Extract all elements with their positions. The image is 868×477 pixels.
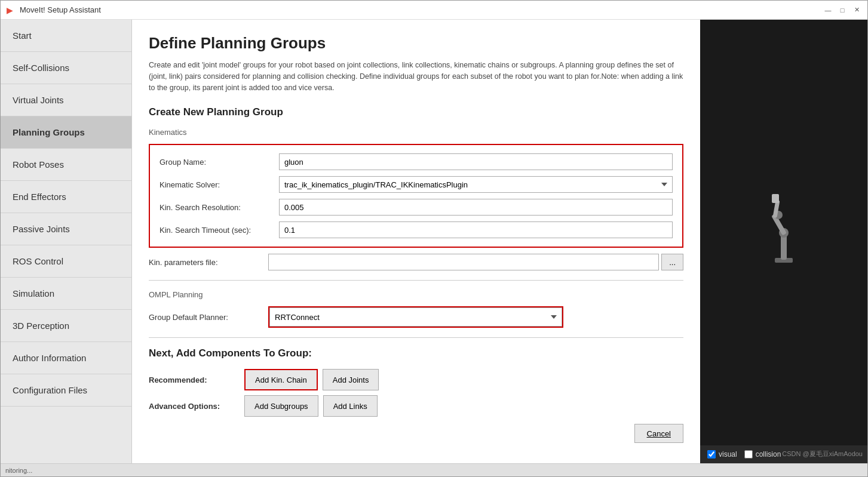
parameters-file-row: Kin. parameters file: ... xyxy=(149,254,683,270)
group-name-input[interactable] xyxy=(279,153,673,170)
sidebar-item-3d-perception[interactable]: 3D Perception xyxy=(1,310,131,342)
page-description: Create and edit 'joint model' groups for… xyxy=(149,60,683,93)
kinematic-solver-label: Kinematic Solver: xyxy=(160,180,279,189)
close-button[interactable]: ✕ xyxy=(852,5,861,15)
sidebar-item-simulation[interactable]: Simulation xyxy=(1,278,131,310)
maximize-button[interactable]: □ xyxy=(838,5,847,15)
sidebar: StartSelf-CollisionsVirtual JointsPlanni… xyxy=(1,20,132,463)
sidebar-item-robot-poses[interactable]: Robot Poses xyxy=(1,149,131,181)
app-icon: ▶ xyxy=(7,5,16,15)
recommended-label: Recommended: xyxy=(149,376,244,384)
collision-checkbox[interactable] xyxy=(744,450,753,458)
add-links-button[interactable]: Add Links xyxy=(323,395,378,417)
search-timeout-label: Kin. Search Timeout (sec): xyxy=(160,226,279,235)
collision-control: collision xyxy=(744,450,781,458)
page-title: Define Planning Groups xyxy=(149,34,683,53)
search-resolution-input[interactable] xyxy=(279,199,673,216)
add-kin-chain-button[interactable]: Add Kin. Chain xyxy=(244,369,318,390)
sidebar-item-planning-groups[interactable]: Planning Groups xyxy=(1,116,131,149)
main-window: ▶ MoveIt! Setup Assistant — □ ✕ StartSel… xyxy=(0,0,868,477)
kinematic-solver-row: Kinematic Solver: trac_ik_kinematics_plu… xyxy=(160,176,673,193)
sidebar-item-configuration-files[interactable]: Configuration Files xyxy=(1,374,131,407)
recommended-row: Recommended: Add Kin. Chain Add Joints xyxy=(149,369,683,390)
visual-control: visual xyxy=(707,450,737,458)
search-timeout-row: Kin. Search Timeout (sec): xyxy=(160,221,673,238)
sidebar-item-end-effectors[interactable]: End Effectors xyxy=(1,181,131,213)
group-name-row: Group Name: xyxy=(160,153,673,170)
sidebar-item-start[interactable]: Start xyxy=(1,20,131,52)
parameters-file-label: Kin. parameters file: xyxy=(149,258,268,267)
minimize-button[interactable]: — xyxy=(823,5,833,15)
search-resolution-label: Kin. Search Resolution: xyxy=(160,203,279,212)
section-title: Create New Planning Group xyxy=(149,106,683,118)
titlebar-title: MoveIt! Setup Assistant xyxy=(20,5,823,14)
advanced-buttons: Add Subgroups Add Links xyxy=(244,395,378,417)
recommended-buttons: Add Kin. Chain Add Joints xyxy=(244,369,379,390)
parameters-file-input[interactable] xyxy=(268,254,659,270)
visual-checkbox[interactable] xyxy=(707,450,716,458)
ompl-planning-row: Group Default Planner: RRTConnect RRT ES… xyxy=(149,306,683,328)
bottom-actions: Cancel xyxy=(149,424,683,443)
watermark: CSDN @夏毛豆xiAmAodou xyxy=(782,450,863,458)
group-name-label: Group Name: xyxy=(160,158,279,167)
content-area: Define Planning Groups Create and edit '… xyxy=(132,20,700,463)
add-components-title: Next, Add Components To Group: xyxy=(149,347,683,359)
sidebar-item-virtual-joints[interactable]: Virtual Joints xyxy=(1,84,131,116)
parameters-file-browse-button[interactable]: ... xyxy=(661,254,683,270)
parameters-file-group: ... xyxy=(268,254,683,270)
kinematic-solver-select[interactable]: trac_ik_kinematics_plugin/TRAC_IKKinemat… xyxy=(279,176,673,193)
kinematics-box: Group Name: Kinematic Solver: trac_ik_ki… xyxy=(149,144,683,248)
section-divider xyxy=(149,280,683,281)
sidebar-item-author-information[interactable]: Author Information xyxy=(1,342,131,374)
group-default-planner-select[interactable]: RRTConnect RRT EST LBKPIECE BKPIECE KPIE… xyxy=(269,307,562,327)
cancel-button[interactable]: Cancel xyxy=(634,424,683,443)
add-joints-button[interactable]: Add Joints xyxy=(323,369,379,390)
main-layout: StartSelf-CollisionsVirtual JointsPlanni… xyxy=(1,20,867,463)
statusbar-text: nitoring... xyxy=(5,467,32,474)
group-default-planner-label: Group Default Planner: xyxy=(149,313,268,322)
search-timeout-input[interactable] xyxy=(279,221,673,238)
robot-viewport xyxy=(700,20,867,445)
ompl-select-wrapper: RRTConnect RRT EST LBKPIECE BKPIECE KPIE… xyxy=(268,306,563,328)
sidebar-item-self-collisions[interactable]: Self-Collisions xyxy=(1,52,131,84)
add-subgroups-button[interactable]: Add Subgroups xyxy=(244,395,318,417)
sidebar-item-passive-joints[interactable]: Passive Joints xyxy=(1,213,131,245)
robot-visualization xyxy=(754,191,814,275)
collision-label: collision xyxy=(756,450,781,458)
titlebar: ▶ MoveIt! Setup Assistant — □ ✕ xyxy=(1,1,867,20)
kinematics-label: Kinematics xyxy=(149,128,683,137)
visual-label: visual xyxy=(719,450,737,458)
svg-rect-6 xyxy=(772,194,779,203)
section-divider-2 xyxy=(149,337,683,338)
sidebar-item-ros-control[interactable]: ROS Control xyxy=(1,245,131,278)
advanced-label: Advanced Options: xyxy=(149,402,244,411)
add-components-section: Next, Add Components To Group: Recommend… xyxy=(149,347,683,417)
statusbar: nitoring... xyxy=(1,463,867,476)
titlebar-controls: — □ ✕ xyxy=(823,5,861,15)
advanced-row: Advanced Options: Add Subgroups Add Link… xyxy=(149,395,683,417)
search-resolution-row: Kin. Search Resolution: xyxy=(160,199,673,216)
robot-panel: visual collision CSDN @夏毛豆xiAmAodou xyxy=(700,20,867,463)
ompl-planning-label: OMPL Planning xyxy=(149,290,683,299)
